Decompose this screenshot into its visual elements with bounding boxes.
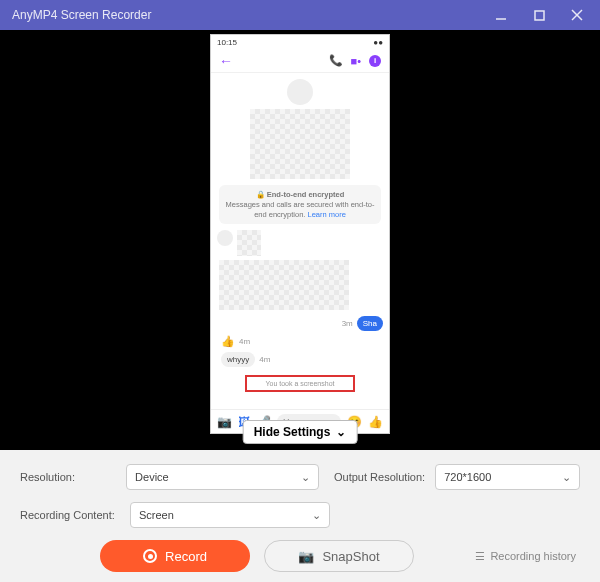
call-icon[interactable]: 📞 [329, 54, 343, 67]
video-icon[interactable]: ■• [351, 55, 362, 67]
phone-mirror: 10:15 ●● ← 📞 ■• i 🔒 End-to-end encrypted… [210, 34, 390, 434]
status-time: 10:15 [217, 38, 237, 47]
chevron-down-icon: ⌄ [562, 471, 571, 484]
settings-panel: Resolution: Device ⌄ Output Resolution: … [0, 450, 600, 582]
camera-icon: 📷 [298, 549, 314, 564]
chevron-down-icon: ⌄ [301, 471, 310, 484]
sender-avatar [217, 230, 233, 246]
message-bubble: whyyy [221, 352, 255, 367]
resolution-select[interactable]: Device ⌄ [126, 464, 319, 490]
resolution-label: Resolution: [20, 471, 116, 483]
redacted-content [219, 260, 349, 310]
preview-area: 10:15 ●● ← 📞 ■• i 🔒 End-to-end encrypted… [0, 30, 600, 450]
hide-settings-button[interactable]: Hide Settings ⌄ [243, 420, 358, 444]
chevron-down-icon: ⌄ [312, 509, 321, 522]
recording-content-label: Recording Content: [20, 509, 120, 521]
incoming-message [217, 230, 383, 256]
record-button[interactable]: Record [100, 540, 250, 572]
redacted-content [250, 109, 350, 179]
redacted-content [237, 230, 261, 256]
record-icon [143, 549, 157, 563]
title-bar: AnyMP4 Screen Recorder [0, 0, 600, 30]
recording-history-link[interactable]: ☰ Recording history [475, 550, 580, 563]
chat-header: ← 📞 ■• i [211, 49, 389, 73]
message-bubble: Sha [357, 316, 383, 331]
window-controls [486, 3, 592, 27]
close-button[interactable] [562, 3, 592, 27]
output-resolution-label: Output Resolution: [329, 471, 425, 483]
snapshot-button[interactable]: 📷 SnapShot [264, 540, 414, 572]
encryption-notice: 🔒 End-to-end encrypted Messages and call… [219, 185, 381, 224]
output-resolution-select[interactable]: 720*1600 ⌄ [435, 464, 580, 490]
message-time: 4m [239, 337, 250, 346]
contact-avatar [287, 79, 313, 105]
outgoing-message: 3m Sha [217, 316, 383, 331]
message-time: 3m [342, 319, 353, 328]
thumbs-up-icon: 👍 [221, 335, 235, 348]
like-icon[interactable]: 👍 [368, 415, 383, 429]
maximize-button[interactable] [524, 3, 554, 27]
reaction-row: 👍 4m [217, 335, 383, 348]
chevron-down-icon: ⌄ [336, 425, 346, 439]
info-icon[interactable]: i [369, 55, 381, 67]
message-time: 4m [259, 355, 270, 364]
recording-content-select[interactable]: Screen ⌄ [130, 502, 330, 528]
phone-status-bar: 10:15 ●● [211, 35, 389, 49]
camera-icon[interactable]: 📷 [217, 415, 232, 429]
chat-body: 🔒 End-to-end encrypted Messages and call… [211, 73, 389, 400]
status-icons: ●● [373, 38, 383, 47]
minimize-button[interactable] [486, 3, 516, 27]
back-icon[interactable]: ← [219, 53, 233, 69]
window-title: AnyMP4 Screen Recorder [12, 8, 151, 22]
svg-rect-1 [535, 11, 544, 20]
incoming-message: whyyy 4m [217, 352, 383, 367]
learn-more-link[interactable]: Learn more [308, 210, 346, 219]
list-icon: ☰ [475, 550, 485, 563]
screenshot-notice: You took a screenshot [245, 375, 355, 392]
